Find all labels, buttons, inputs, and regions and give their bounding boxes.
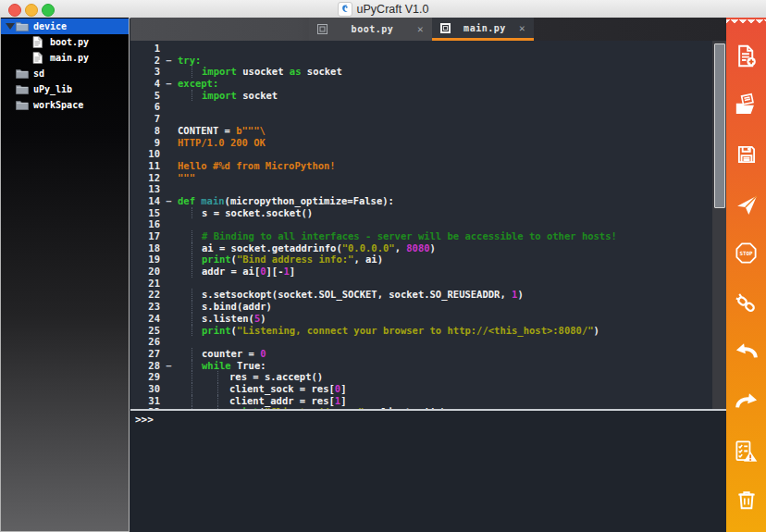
fold-column — [160, 125, 178, 137]
tab-bar-spacer — [130, 18, 309, 41]
editor-vertical-scrollbar[interactable] — [712, 41, 726, 409]
open-file-button[interactable] — [733, 92, 760, 119]
zoom-button[interactable] — [42, 4, 55, 17]
code-line: 21 — [130, 278, 712, 290]
tree-item-uPy_lib[interactable]: uPy_lib — [1, 81, 129, 97]
line-number: 24 — [130, 313, 160, 325]
fold-column — [160, 113, 178, 125]
close-button[interactable] — [8, 4, 21, 17]
connect-button[interactable] — [733, 289, 760, 316]
syntax-check-button[interactable] — [733, 437, 760, 464]
fold-column — [160, 395, 178, 407]
code-text: s = socket.socket() — [178, 207, 712, 219]
indent-guide — [192, 325, 192, 337]
indent-guide — [192, 313, 192, 325]
indent-guide — [192, 360, 192, 372]
expander-triangle-icon[interactable] — [5, 23, 16, 30]
tab-boot.py[interactable]: boot.py✕ — [309, 18, 432, 41]
file-icon — [32, 36, 47, 48]
fold-marker-icon[interactable]: − — [160, 78, 178, 90]
indent-guide — [192, 383, 192, 395]
fold-column — [160, 218, 178, 230]
code-text: addr = ai[0][-1] — [178, 266, 712, 278]
line-number: 16 — [130, 218, 160, 230]
minimize-button[interactable] — [25, 4, 38, 17]
code-line: 24s.listen(5) — [130, 313, 712, 325]
code-text: try: — [178, 55, 712, 67]
code-text: except: — [178, 78, 712, 90]
tree-item-label: workSpace — [33, 100, 83, 110]
fold-column — [160, 66, 178, 78]
line-number: 10 — [130, 148, 160, 160]
clear-button[interactable] — [733, 486, 760, 513]
fold-column — [160, 383, 178, 395]
code-text: while True: — [178, 360, 712, 372]
toolbar-buttons: STOP — [726, 26, 766, 532]
line-number: 1 — [130, 43, 160, 55]
tree-item-sd[interactable]: sd — [1, 66, 129, 81]
tree-item-label: sd — [33, 68, 44, 79]
console[interactable]: >>> — [130, 411, 726, 532]
code-text: import socket — [178, 90, 712, 102]
fold-column — [160, 101, 178, 113]
code-text — [178, 183, 712, 195]
folder-icon — [16, 21, 31, 31]
repl-prompt: >>> — [130, 411, 726, 426]
code-line: 29res = s.accept() — [130, 371, 712, 383]
code-text: """ — [178, 172, 712, 184]
tab-bar: boot.py✕main.py✕ — [130, 18, 726, 41]
tree-item-main.py[interactable]: main.py — [1, 50, 129, 66]
code-text — [178, 278, 712, 290]
toolbar: STOP — [726, 18, 766, 532]
save-file-button[interactable] — [733, 141, 760, 168]
tree-item-boot.py[interactable]: boot.py — [1, 34, 129, 50]
code-text: s.listen(5) — [178, 313, 712, 325]
code-line: 11Hello #%d from MicroPython! — [130, 160, 712, 172]
tree-item-workSpace[interactable]: workSpace — [1, 97, 129, 113]
connect-icon — [734, 291, 759, 315]
code-editor[interactable]: 12−try:3import usocket as socket4−except… — [130, 41, 712, 409]
fold-column — [160, 348, 178, 360]
new-file-button[interactable] — [733, 43, 760, 70]
code-line: 4−except: — [130, 78, 712, 90]
scrollbar-thumb[interactable] — [714, 43, 725, 208]
line-number: 26 — [130, 336, 160, 348]
redo-button[interactable] — [733, 388, 760, 415]
indent-guide — [192, 301, 192, 313]
code-text: s.bind(addr) — [178, 301, 712, 313]
tab-close-icon[interactable]: ✕ — [519, 23, 525, 33]
code-line: 10 — [130, 148, 712, 160]
code-text — [178, 43, 712, 55]
code-line: 22s.setsockopt(socket.SOL_SOCKET, socket… — [130, 289, 712, 301]
code-text: res = s.accept() — [178, 371, 712, 383]
code-text: print("Listening, connect your browser t… — [178, 325, 712, 337]
code-text: print("Bind address info:", ai) — [178, 254, 712, 266]
fold-marker-icon[interactable]: − — [160, 360, 178, 372]
download-run-button[interactable] — [733, 191, 760, 218]
fold-column — [160, 371, 178, 383]
tab-close-icon[interactable]: ✕ — [417, 24, 424, 34]
line-number: 9 — [130, 137, 160, 149]
undo-icon — [734, 339, 760, 365]
code-text: client_sock = res[0] — [178, 383, 712, 395]
fold-column — [160, 148, 178, 160]
indent-guide — [192, 207, 192, 219]
stop-button[interactable]: STOP — [733, 240, 760, 267]
tab-main.py[interactable]: main.py✕ — [432, 18, 534, 41]
undo-button[interactable] — [733, 338, 760, 365]
code-text — [178, 101, 712, 113]
line-number: 28 — [130, 360, 160, 372]
fold-marker-icon[interactable]: − — [160, 55, 178, 67]
code-line: 14−def main(micropython_optimize=False): — [130, 195, 712, 207]
tree-item-device[interactable]: device — [1, 19, 129, 34]
fold-column — [160, 301, 178, 313]
code-line: 5import socket — [130, 90, 712, 102]
tab-label: main.py — [458, 23, 512, 33]
code-text: import usocket as socket — [178, 66, 712, 78]
code-text: def main(micropython_optimize=False): — [178, 195, 712, 207]
indent-guide — [192, 266, 192, 278]
code-line: 25print("Listening, connect your browser… — [130, 325, 712, 337]
fold-marker-icon[interactable]: − — [160, 195, 178, 207]
code-line: 12""" — [130, 172, 712, 184]
indent-guide — [192, 242, 192, 254]
